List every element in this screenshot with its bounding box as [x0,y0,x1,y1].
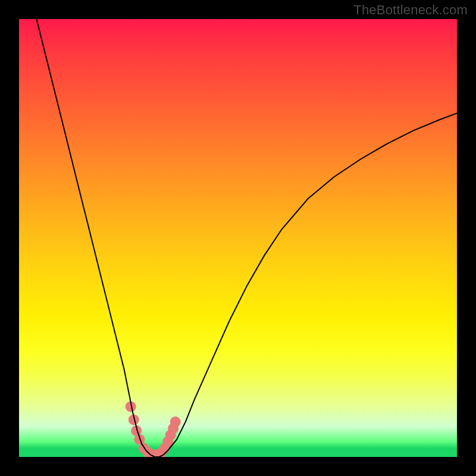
bottleneck-curve [36,19,457,457]
plot-area [19,19,457,457]
highlight-dot [170,416,181,427]
watermark-text: TheBottleneck.com [353,2,468,18]
highlight-dots [126,401,181,457]
curve-layer [19,19,457,457]
chart-frame: TheBottleneck.com [0,0,476,476]
